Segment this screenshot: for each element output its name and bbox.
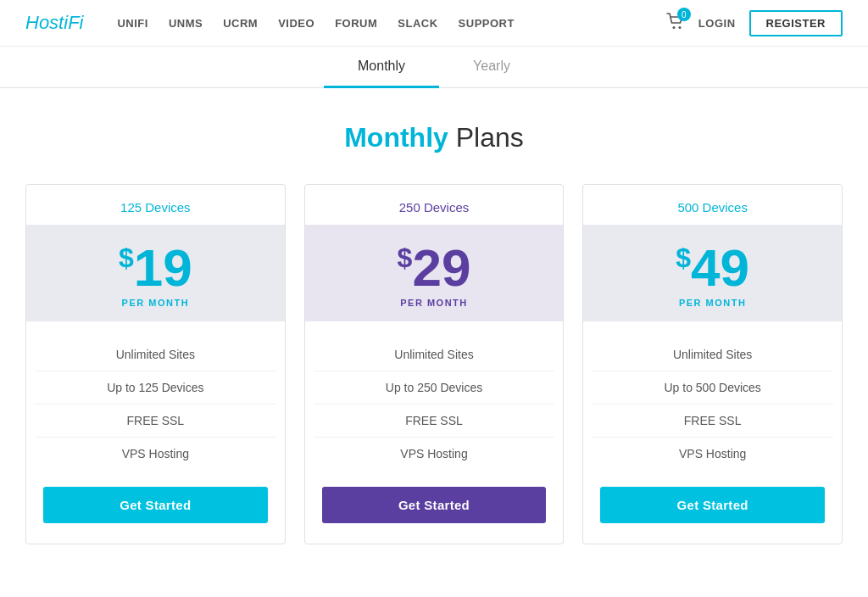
plan-125-features: Unlimited Sites Up to 125 Devices FREE S…: [26, 321, 285, 487]
plan-125-cta: Get Started: [26, 487, 285, 544]
plans-grid: 125 Devices $19 PER MONTH Unlimited Site…: [25, 184, 843, 544]
plan-card-125: 125 Devices $19 PER MONTH Unlimited Site…: [25, 184, 286, 544]
list-item: Up to 500 Devices: [592, 371, 833, 405]
get-started-250-button[interactable]: Get Started: [322, 487, 547, 523]
plan-250-amount: 29: [412, 238, 470, 297]
plan-500-cta: Get Started: [583, 487, 842, 544]
plan-250-devices-label: 250 Devices: [305, 185, 564, 215]
plan-250-price-box: $29 PER MONTH: [305, 225, 564, 321]
plan-tabs: Monthly Yearly: [0, 47, 868, 88]
plan-500-dollar: $: [676, 243, 691, 273]
list-item: FREE SSL: [592, 405, 833, 438]
plan-card-500: 500 Devices $49 PER MONTH Unlimited Site…: [582, 184, 843, 544]
nav-slack[interactable]: SLACK: [398, 17, 437, 30]
plan-250-per-month: PER MONTH: [314, 298, 555, 308]
plan-250-price: $29: [314, 242, 555, 294]
tab-monthly[interactable]: Monthly: [324, 47, 439, 88]
list-item: Up to 250 Devices: [314, 371, 555, 405]
tab-yearly[interactable]: Yearly: [439, 47, 544, 88]
logo-suffix: Fi: [68, 12, 83, 33]
plan-125-price: $19: [35, 242, 276, 294]
list-item: FREE SSL: [35, 405, 276, 438]
plan-250-features: Unlimited Sites Up to 250 Devices FREE S…: [305, 321, 564, 487]
cart-icon[interactable]: 0: [666, 13, 685, 33]
plan-500-price-box: $49 PER MONTH: [583, 225, 842, 321]
nav-unms[interactable]: UNMS: [169, 17, 203, 30]
plan-125-price-box: $19 PER MONTH: [26, 225, 285, 321]
plan-500-amount: 49: [691, 238, 749, 297]
get-started-125-button[interactable]: Get Started: [43, 487, 268, 523]
list-item: Unlimited Sites: [592, 338, 833, 371]
list-item: VPS Hosting: [592, 438, 833, 470]
nav-video[interactable]: VIDEO: [278, 17, 314, 30]
list-item: Up to 125 Devices: [35, 371, 276, 405]
plan-card-250: 250 Devices $29 PER MONTH Unlimited Site…: [304, 184, 565, 544]
plan-250-cta: Get Started: [305, 487, 564, 544]
main-nav: UNIFI UNMS UCRM VIDEO FORUM SLACK SUPPOR…: [117, 17, 665, 30]
plan-500-per-month: PER MONTH: [592, 298, 833, 308]
nav-unifi[interactable]: UNIFI: [117, 17, 147, 30]
plan-250-dollar: $: [398, 243, 413, 273]
list-item: FREE SSL: [314, 405, 555, 438]
plan-500-price: $49: [592, 242, 833, 294]
page-title: Monthly Plans: [25, 122, 843, 153]
list-item: VPS Hosting: [314, 438, 555, 470]
logo[interactable]: HostiFi: [25, 12, 83, 34]
list-item: VPS Hosting: [35, 438, 276, 470]
header-right: 0 LOGIN REGISTER: [666, 10, 843, 36]
page-title-rest: Plans: [448, 122, 524, 153]
list-item: Unlimited Sites: [314, 338, 555, 371]
cart-badge: 0: [677, 8, 691, 21]
plan-125-devices-label: 125 Devices: [26, 185, 285, 215]
get-started-500-button[interactable]: Get Started: [600, 487, 825, 523]
nav-ucrm[interactable]: UCRM: [223, 17, 258, 30]
plan-500-features: Unlimited Sites Up to 500 Devices FREE S…: [583, 321, 842, 487]
plan-125-per-month: PER MONTH: [35, 298, 276, 308]
login-button[interactable]: LOGIN: [698, 17, 736, 30]
nav-support[interactable]: SUPPORT: [459, 17, 515, 30]
main-content: Monthly Plans 125 Devices $19 PER MONTH …: [0, 88, 868, 587]
plan-125-amount: 19: [134, 238, 192, 297]
register-button[interactable]: REGISTER: [749, 10, 843, 36]
plan-125-dollar: $: [119, 243, 134, 273]
logo-prefix: Hosti: [25, 12, 68, 33]
header: HostiFi UNIFI UNMS UCRM VIDEO FORUM SLAC…: [0, 0, 868, 47]
svg-point-0: [672, 26, 675, 29]
nav-forum[interactable]: FORUM: [335, 17, 377, 30]
svg-point-1: [678, 26, 681, 29]
plan-500-devices-label: 500 Devices: [583, 185, 842, 215]
page-title-highlight: Monthly: [344, 122, 448, 153]
list-item: Unlimited Sites: [35, 338, 276, 371]
